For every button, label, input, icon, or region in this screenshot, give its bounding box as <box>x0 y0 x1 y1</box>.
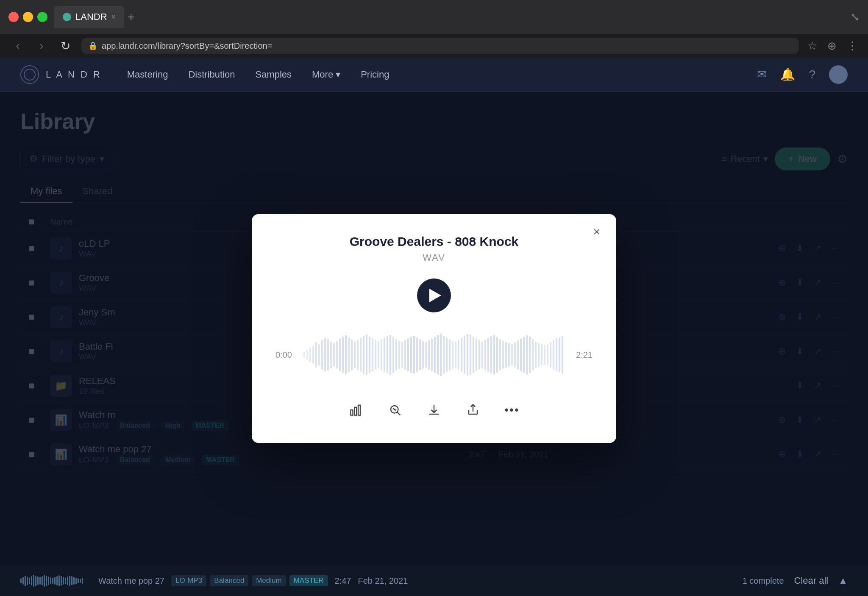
nav-samples[interactable]: Samples <box>255 69 292 80</box>
maximize-window-button[interactable] <box>37 12 47 22</box>
logo-area: L A N D R <box>20 65 102 84</box>
waveform-container: 0:00 2:21 <box>275 329 593 380</box>
clear-all-button[interactable]: Clear all <box>794 575 829 586</box>
modal-format: WAV <box>275 252 593 263</box>
waveform-end-time: 2:21 <box>571 350 593 360</box>
more-dots-icon: ••• <box>503 401 521 419</box>
nav-links: Mastering Distribution Samples More▾ Pri… <box>127 69 757 80</box>
forward-button[interactable]: › <box>34 39 49 53</box>
bar-chart-icon <box>347 401 365 419</box>
bottom-tag-balanced: Balanced <box>210 575 248 586</box>
nav-pricing[interactable]: Pricing <box>361 69 389 80</box>
nav-mastering[interactable]: Mastering <box>127 69 168 80</box>
browser-actions: ☆ ⊕ ⋮ <box>807 39 858 53</box>
new-tab-button[interactable]: + <box>128 10 134 24</box>
modal-actions: ••• <box>275 401 593 419</box>
download-action-button[interactable] <box>425 401 443 419</box>
tab-favicon <box>63 13 71 21</box>
modal-title: Groove Dealers - 808 Knock <box>275 234 593 249</box>
menu-icon[interactable]: ⋮ <box>847 39 858 53</box>
bottom-waveform <box>20 575 83 587</box>
logo-text: L A N D R <box>46 69 102 80</box>
analyze-action-button[interactable] <box>386 401 404 419</box>
bell-icon[interactable]: 🔔 <box>780 67 795 81</box>
svg-line-4 <box>398 412 401 415</box>
lock-icon: 🔒 <box>88 41 97 50</box>
tab-bar: LANDR × + <box>54 6 843 28</box>
search-waveform-icon <box>386 401 404 419</box>
bottom-tag-medium: Medium <box>252 575 286 586</box>
mastering-action-button[interactable] <box>347 401 365 419</box>
bottom-tags: LO-MP3 Balanced Medium MASTER <box>171 575 328 586</box>
audio-preview-modal: × Groove Dealers - 808 Knock WAV 0:00 2:… <box>252 214 616 443</box>
svg-rect-2 <box>358 405 360 415</box>
share-icon <box>464 401 482 419</box>
minimize-window-button[interactable] <box>23 12 33 22</box>
main-content: Library ⚙ Filter by type ▾ ≡ Recent ▾ + … <box>0 92 868 565</box>
download-icon <box>425 401 443 419</box>
profile-icon[interactable]: ⊕ <box>827 39 837 53</box>
close-window-button[interactable] <box>8 12 19 22</box>
url-text: app.landr.com/library?sortBy=&sortDirect… <box>102 41 272 51</box>
refresh-button[interactable]: ↻ <box>58 39 73 53</box>
nav-more[interactable]: More▾ <box>312 69 340 80</box>
more-action-button[interactable]: ••• <box>503 401 521 419</box>
help-icon[interactable]: ? <box>809 68 815 81</box>
svg-rect-0 <box>351 410 353 415</box>
bottom-date: Feb 21, 2021 <box>358 576 408 586</box>
share-action-button[interactable] <box>464 401 482 419</box>
play-button[interactable] <box>417 279 451 312</box>
modal-close-button[interactable]: × <box>589 224 604 240</box>
traffic-lights <box>8 12 47 22</box>
address-bar-row: ‹ › ↻ 🔒 app.landr.com/library?sortBy=&so… <box>0 34 868 58</box>
waveform[interactable] <box>303 329 565 380</box>
svg-rect-1 <box>354 407 356 415</box>
active-tab[interactable]: LANDR × <box>54 6 124 28</box>
logo-icon <box>20 65 39 84</box>
nav-right: ✉ 🔔 ? <box>757 65 848 84</box>
back-button[interactable]: ‹ <box>10 39 25 53</box>
play-icon <box>429 289 441 302</box>
nav-distribution[interactable]: Distribution <box>188 69 235 80</box>
mail-icon[interactable]: ✉ <box>757 67 767 81</box>
bottom-badge-master: MASTER <box>289 575 328 586</box>
bottom-bar: Watch me pop 27 LO-MP3 Balanced Medium M… <box>0 565 868 596</box>
browser-chrome: LANDR × + ⤡ <box>0 0 868 34</box>
user-avatar[interactable] <box>829 65 848 84</box>
tab-close-icon[interactable]: × <box>111 13 116 22</box>
bookmark-icon[interactable]: ☆ <box>807 39 817 53</box>
waveform-start-time: 0:00 <box>275 350 297 360</box>
bottom-tag-format: LO-MP3 <box>171 575 206 586</box>
tab-label: LANDR <box>75 11 107 22</box>
address-bar[interactable]: 🔒 app.landr.com/library?sortBy=&sortDire… <box>81 38 799 54</box>
modal-overlay: × Groove Dealers - 808 Knock WAV 0:00 2:… <box>0 92 868 565</box>
top-nav: L A N D R Mastering Distribution Samples… <box>0 58 868 92</box>
bottom-filename: Watch me pop 27 <box>98 576 164 586</box>
complete-badge: 1 complete <box>743 576 784 586</box>
app-container: L A N D R Mastering Distribution Samples… <box>0 58 868 596</box>
bottom-time: 2:47 <box>335 576 351 586</box>
bottom-chevron-icon[interactable]: ▲ <box>838 575 848 586</box>
bottom-info: Watch me pop 27 LO-MP3 Balanced Medium M… <box>20 575 732 587</box>
